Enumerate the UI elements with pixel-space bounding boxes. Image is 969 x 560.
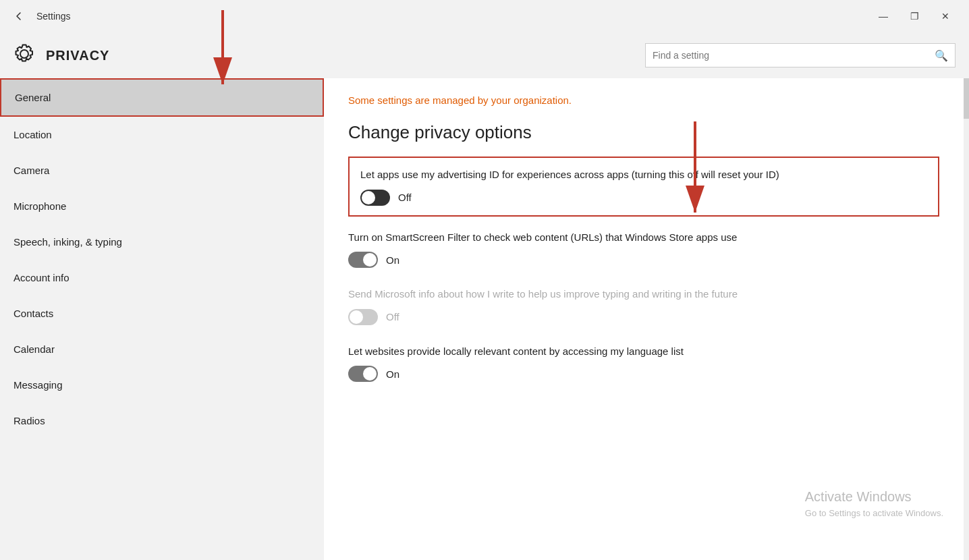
privacy-gear-icon <box>13 43 35 67</box>
activate-title: Activate Windows <box>805 486 943 507</box>
sidebar-item-account-info[interactable]: Account info <box>0 260 324 296</box>
sidebar-item-radios[interactable]: Radios <box>0 403 324 439</box>
main-layout: GeneralLocationCameraMicrophoneSpeech, i… <box>0 78 969 560</box>
toggle-knob-send-info <box>350 310 363 324</box>
scrollbar-thumb[interactable] <box>964 78 969 119</box>
toggle-row-smartscreen: On <box>348 252 939 268</box>
activate-watermark: Activate Windows Go to Settings to activ… <box>805 486 943 520</box>
toggle-knob-language-list <box>363 367 377 381</box>
toggle-state-language-list: On <box>386 368 399 380</box>
app-header: PRIVACY 🔍 <box>0 32 969 78</box>
toggle-advertising-id[interactable] <box>360 190 390 206</box>
toggle-knob-advertising-id <box>362 191 375 204</box>
sidebar-item-speech[interactable]: Speech, inking, & typing <box>0 224 324 260</box>
content-area: Some settings are managed by your organi… <box>324 78 964 560</box>
toggle-state-send-info: Off <box>386 311 399 323</box>
search-icon: 🔍 <box>935 49 948 62</box>
org-notice: Some settings are managed by your organi… <box>348 94 939 106</box>
maximize-button[interactable]: ❐ <box>899 5 930 27</box>
toggle-knob-smartscreen <box>363 253 377 267</box>
sidebar-item-messaging[interactable]: Messaging <box>0 367 324 403</box>
section-title: Change privacy options <box>348 122 939 143</box>
setting-label-smartscreen: Turn on SmartScreen Filter to check web … <box>348 230 939 246</box>
activate-subtitle: Go to Settings to activate Windows. <box>805 507 943 520</box>
minimize-button[interactable]: — <box>868 5 899 27</box>
setting-item-smartscreen: Turn on SmartScreen Filter to check web … <box>348 230 939 269</box>
search-box[interactable]: 🔍 <box>645 43 956 67</box>
setting-item-send-info: Send Microsoft info about how I write to… <box>348 287 939 325</box>
sidebar-item-calendar[interactable]: Calendar <box>0 331 324 367</box>
toggle-row-language-list: On <box>348 366 939 382</box>
toggle-row-send-info: Off <box>348 309 939 325</box>
setting-item-advertising-id: Let apps use my advertising ID for exper… <box>348 157 939 217</box>
page-title: PRIVACY <box>46 48 109 63</box>
toggle-row-advertising-id: Off <box>360 190 927 206</box>
sidebar-item-contacts[interactable]: Contacts <box>0 296 324 331</box>
setting-label-advertising-id: Let apps use my advertising ID for exper… <box>360 167 927 183</box>
setting-label-send-info: Send Microsoft info about how I write to… <box>348 287 939 302</box>
toggle-state-advertising-id: Off <box>398 192 412 203</box>
sidebar-item-microphone[interactable]: Microphone <box>0 188 324 224</box>
header-left: PRIVACY <box>13 43 109 67</box>
window-title: Settings <box>36 11 71 22</box>
setting-item-language-list: Let websites provide locally relevant co… <box>348 344 939 383</box>
setting-label-language-list: Let websites provide locally relevant co… <box>348 344 939 360</box>
toggle-state-smartscreen: On <box>386 254 399 266</box>
toggle-send-info[interactable] <box>348 309 378 325</box>
scrollbar[interactable] <box>964 78 969 560</box>
back-button[interactable] <box>8 5 30 27</box>
toggle-language-list[interactable] <box>348 366 378 382</box>
window-controls: — ❐ ✕ <box>868 5 961 27</box>
sidebar-item-camera[interactable]: Camera <box>0 152 324 188</box>
sidebar: GeneralLocationCameraMicrophoneSpeech, i… <box>0 78 324 560</box>
sidebar-item-general[interactable]: General <box>0 78 324 117</box>
toggle-smartscreen[interactable] <box>348 252 378 268</box>
titlebar: Settings — ❐ ✕ <box>0 0 969 32</box>
search-input[interactable] <box>653 50 935 61</box>
close-button[interactable]: ✕ <box>930 5 961 27</box>
sidebar-item-location[interactable]: Location <box>0 117 324 152</box>
titlebar-left: Settings <box>8 5 71 27</box>
